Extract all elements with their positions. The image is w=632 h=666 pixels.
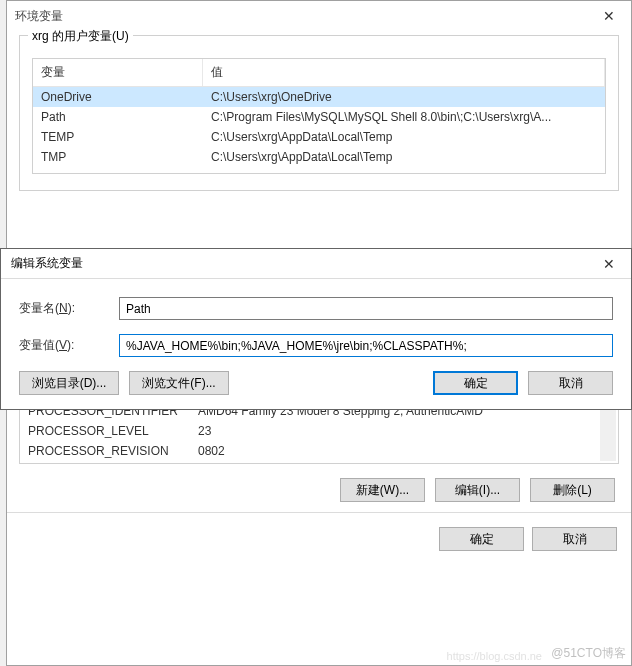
edit-var-titlebar: 编辑系统变量 ✕ [1, 249, 631, 279]
user-vars-group-label: xrg 的用户变量(U) [28, 28, 133, 45]
edit-var-dialog: 编辑系统变量 ✕ 变量名(N): 变量值(V): 浏览目录(D)... 浏览文件… [0, 248, 632, 410]
table-row[interactable]: PROCESSOR_LEVEL 23 [20, 421, 618, 441]
table-header: 变量 值 [33, 59, 605, 87]
col-value[interactable]: 值 [203, 59, 605, 86]
var-value: C:\Users\xrg\AppData\Local\Temp [203, 127, 605, 147]
col-variable[interactable]: 变量 [33, 59, 203, 86]
var-name: TMP [33, 147, 203, 167]
name-label: 变量名(N): [19, 300, 119, 317]
edit-button-row: 浏览目录(D)... 浏览文件(F)... 确定 取消 [19, 371, 613, 395]
edit-cancel-button[interactable]: 取消 [528, 371, 613, 395]
delete-button[interactable]: 删除(L) [530, 478, 615, 502]
env-vars-titlebar: 环境变量 ✕ [7, 1, 631, 31]
browse-file-button[interactable]: 浏览文件(F)... [129, 371, 229, 395]
var-name: Path [33, 107, 203, 127]
table-row[interactable]: PROCESSOR_REVISION 0802 [20, 441, 618, 461]
user-vars-body: OneDrive C:\Users\xrg\OneDrive Path C:\P… [33, 87, 605, 173]
edit-ok-button[interactable]: 确定 [433, 371, 518, 395]
var-value: C:\Program Files\MySQL\MySQL Shell 8.0\b… [203, 107, 605, 127]
env-vars-title: 环境变量 [15, 8, 63, 25]
ok-button[interactable]: 确定 [439, 527, 524, 551]
var-name-input[interactable] [119, 297, 613, 320]
table-row[interactable]: OneDrive C:\Users\xrg\OneDrive [33, 87, 605, 107]
var-name: OneDrive [33, 87, 203, 107]
var-value: 23 [190, 421, 618, 441]
user-vars-table[interactable]: 变量 值 OneDrive C:\Users\xrg\OneDrive Path… [32, 58, 606, 174]
browse-dir-button[interactable]: 浏览目录(D)... [19, 371, 119, 395]
user-vars-group: xrg 的用户变量(U) 变量 值 OneDrive C:\Users\xrg\… [19, 35, 619, 191]
edit-button[interactable]: 编辑(I)... [435, 478, 520, 502]
edit-var-title: 编辑系统变量 [11, 255, 83, 272]
new-button[interactable]: 新建(W)... [340, 478, 425, 502]
name-row: 变量名(N): [19, 297, 613, 320]
table-row[interactable]: Path C:\Program Files\MySQL\MySQL Shell … [33, 107, 605, 127]
main-footer-buttons: 确定 取消 [7, 512, 631, 565]
var-name: PROCESSOR_LEVEL [20, 421, 190, 441]
table-row[interactable]: TEMP C:\Users\xrg\AppData\Local\Temp [33, 127, 605, 147]
close-icon[interactable]: ✕ [586, 1, 631, 31]
value-row: 变量值(V): [19, 334, 613, 357]
var-value-input[interactable] [119, 334, 613, 357]
table-row[interactable]: TMP C:\Users\xrg\AppData\Local\Temp [33, 147, 605, 167]
system-vars-buttons: 新建(W)... 编辑(I)... 删除(L) [19, 478, 619, 502]
var-value: C:\Users\xrg\AppData\Local\Temp [203, 147, 605, 167]
cancel-button[interactable]: 取消 [532, 527, 617, 551]
edit-form: 变量名(N): 变量值(V): 浏览目录(D)... 浏览文件(F)... 确定… [1, 279, 631, 409]
var-value: 0802 [190, 441, 618, 461]
var-name: TEMP [33, 127, 203, 147]
value-label: 变量值(V): [19, 337, 119, 354]
var-value: C:\Users\xrg\OneDrive [203, 87, 605, 107]
close-icon[interactable]: ✕ [586, 249, 631, 279]
var-name: PROCESSOR_REVISION [20, 441, 190, 461]
